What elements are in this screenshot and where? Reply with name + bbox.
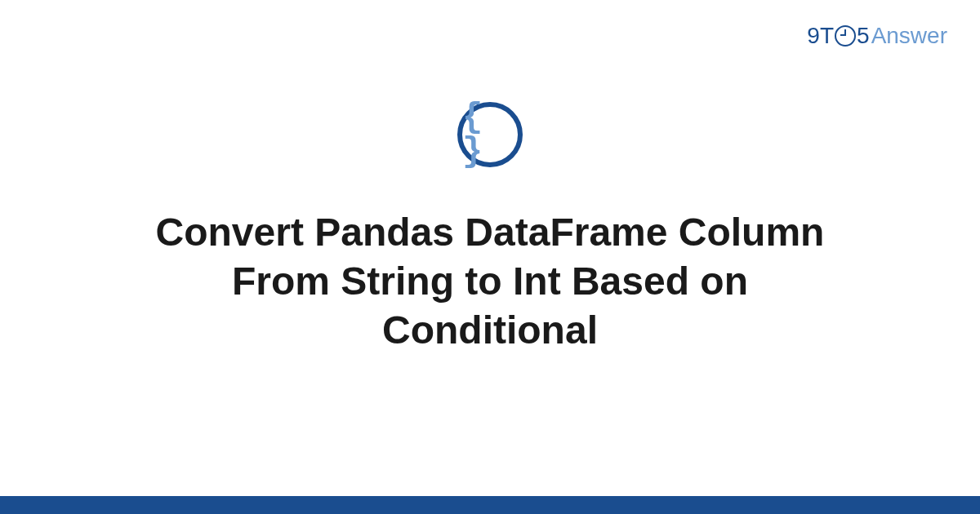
logo-text-5: 5 [857,23,870,49]
braces-icon: { } [457,102,523,167]
braces-glyph: { } [462,100,518,169]
site-logo: 9T 5 Answer [807,23,947,49]
page-title: Convert Pandas DataFrame Column From Str… [114,208,866,355]
bottom-accent-bar [0,496,980,514]
clock-icon [835,25,856,47]
logo-text-answer: Answer [871,23,947,49]
logo-text-9t: 9T [807,23,834,49]
main-content: { } Convert Pandas DataFrame Column From… [0,102,980,355]
